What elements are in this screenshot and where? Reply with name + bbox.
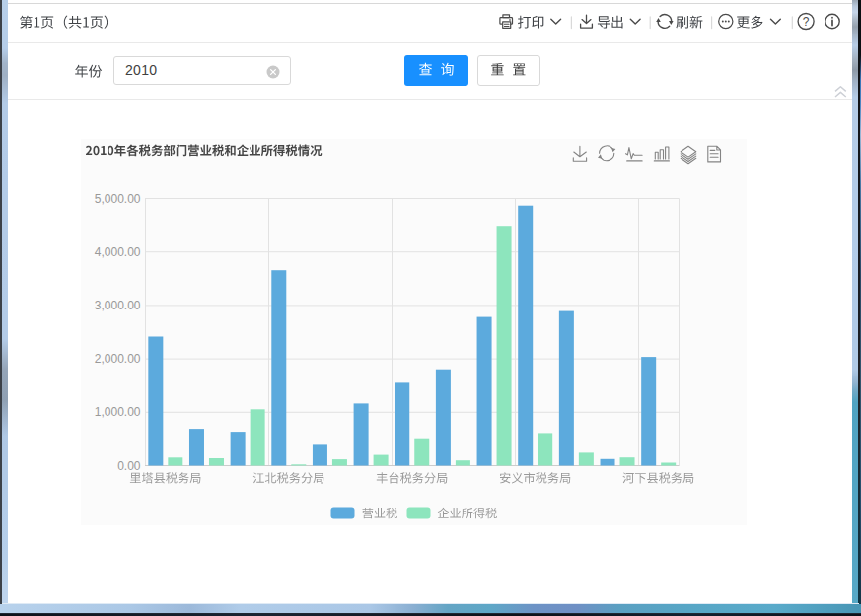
svg-text:2,000.00: 2,000.00: [95, 352, 141, 366]
svg-text:1,000.00: 1,000.00: [95, 405, 141, 419]
svg-text:3,000.00: 3,000.00: [95, 299, 141, 312]
svg-text:5,000.00: 5,000.00: [95, 192, 141, 206]
svg-text:4,000.00: 4,000.00: [95, 245, 141, 259]
svg-text:0.00: 0.00: [117, 459, 141, 473]
svg-text:?: ?: [803, 15, 810, 29]
